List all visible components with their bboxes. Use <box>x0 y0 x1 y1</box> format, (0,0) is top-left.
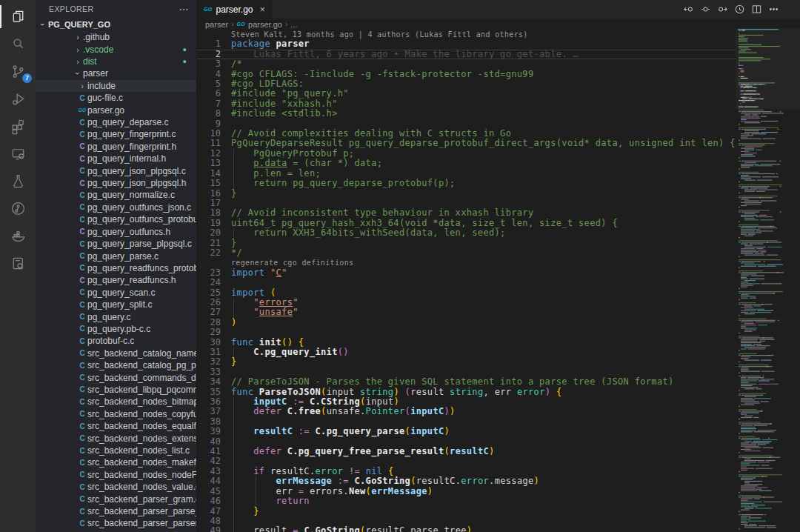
line-number[interactable]: 25 <box>197 288 221 298</box>
line-number[interactable]: 10 <box>197 129 221 139</box>
testing-icon[interactable] <box>0 167 36 195</box>
code-line-4[interactable]: 4#cgo CFLAGS: -Iinclude -g -fstack-prote… <box>197 70 736 79</box>
extensions-icon[interactable] <box>0 113 36 140</box>
search-icon[interactable] <box>0 30 36 58</box>
line-number[interactable]: 35 <box>197 388 221 397</box>
line-number[interactable]: 13 <box>197 159 221 168</box>
tree-item-src-backend-nodes-equalfuncs-c[interactable]: Csrc_backend_nodes_equalfuncs.c <box>36 420 196 432</box>
line-number[interactable]: 41 <box>197 447 221 456</box>
line-number[interactable]: 3 <box>197 59 221 69</box>
line-number[interactable]: 27 <box>197 307 221 317</box>
line-number[interactable]: 5 <box>197 79 221 89</box>
line-number[interactable]: 18 <box>197 208 221 218</box>
line-number[interactable]: 46 <box>197 496 221 506</box>
tree-item-parser[interactable]: ›parser <box>36 67 196 79</box>
docker-icon[interactable] <box>0 222 36 250</box>
code-lens[interactable]: Steven Kalt, 13 months ago | 4 authors (… <box>197 30 736 39</box>
tree-item-dist[interactable]: ›dist● <box>36 56 196 67</box>
line-number[interactable]: 30 <box>197 338 221 348</box>
code-lens[interactable]: regenerate cgo definitions <box>197 258 736 267</box>
code-line-32[interactable]: 32} <box>197 357 736 367</box>
line-number[interactable]: 11 <box>197 139 221 148</box>
code-line-14[interactable]: 14 p.len = len; <box>197 169 736 179</box>
code-line-19[interactable]: 19uint64_t pg_query_hash_xxh3_64(void *d… <box>197 219 736 228</box>
line-number[interactable]: 15 <box>197 179 221 188</box>
tree-item--vscode[interactable]: ›.vscode● <box>36 43 196 55</box>
tree-item-pg-query-outfuncs-h[interactable]: Cpg_query_outfuncs.h <box>36 226 196 238</box>
tree-item-pg-query-outfuncs-protobuf-c[interactable]: Cpg_query_outfuncs_protobuf.c <box>36 213 196 225</box>
code-line-31[interactable]: 31 C.pg_query_init() <box>197 348 736 357</box>
code-line-27[interactable]: 27 "unsafe" <box>197 307 736 317</box>
code-line-5[interactable]: 5#cgo LDFLAGS: <box>197 79 736 89</box>
tree-item--github[interactable]: ›.github <box>36 31 196 43</box>
gitlens-icon[interactable] <box>0 195 36 222</box>
line-number[interactable]: 40 <box>197 437 221 447</box>
more-actions-icon[interactable]: ⋯ <box>179 4 189 15</box>
breadcrumb-item-more[interactable]: ... <box>290 20 297 29</box>
project-manager-icon[interactable] <box>0 250 36 277</box>
code-line-29[interactable]: 29 <box>197 327 736 337</box>
code-line-47[interactable]: 47 } <box>197 507 736 516</box>
line-number[interactable]: 49 <box>197 526 221 532</box>
remote-explorer-icon[interactable] <box>0 140 36 167</box>
tree-item-src-backend-nodes-value-c[interactable]: Csrc_backend_nodes_value.c <box>36 481 196 493</box>
code-line-33[interactable]: 33 <box>197 368 736 377</box>
code-line-2[interactable]: 2 Lukas Fittl, 6 years ago • Make the li… <box>197 50 736 59</box>
tab-parser-go[interactable]: GO parser.go × <box>197 0 272 19</box>
code-line-17[interactable]: 17 <box>197 199 736 208</box>
line-number[interactable]: 1 <box>197 39 221 49</box>
tree-item-include[interactable]: ›include <box>36 80 196 92</box>
line-number[interactable]: 26 <box>197 298 221 307</box>
split-editor-icon[interactable] <box>750 4 762 16</box>
line-number[interactable]: 14 <box>197 169 221 179</box>
line-number[interactable]: 39 <box>197 427 221 436</box>
tree-item-src-backend-parser-parse-expr-c[interactable]: Csrc_backend_parser_parse_expr.c <box>36 505 196 517</box>
code-line-8[interactable]: 8#include <stdlib.h> <box>197 109 736 119</box>
code-line-39[interactable]: 39 resultC := C.pg_query_parse(inputC) <box>197 427 736 436</box>
tree-item-src-backend-nodes-extensible-c[interactable]: Csrc_backend_nodes_extensible.c <box>36 432 196 444</box>
code-line-38[interactable]: 38 <box>197 417 736 427</box>
source-control-icon[interactable]: 7 <box>0 58 36 85</box>
changes-icon[interactable] <box>699 4 711 16</box>
code-line-22[interactable]: 22*/ <box>197 248 736 258</box>
tree-item-pg-query-fingerprint-c[interactable]: Cpg_query_fingerprint.c <box>36 128 196 140</box>
code-line-48[interactable]: 48 <box>197 516 736 526</box>
line-number[interactable]: 33 <box>197 368 221 377</box>
line-number[interactable]: 2 <box>197 50 221 59</box>
line-number[interactable]: 32 <box>197 357 221 367</box>
code-line-20[interactable]: 20 return XXH3_64bits_withSeed(data, len… <box>197 228 736 238</box>
tree-item-src-backend-catalog-pg-proc-c[interactable]: Csrc_backend_catalog_pg_proc.c <box>36 359 196 371</box>
line-number[interactable]: 45 <box>197 487 221 496</box>
tree-item-src-backend-commands-define-c[interactable]: Csrc_backend_commands_define.c <box>36 371 196 383</box>
code-line-9[interactable]: 9 <box>197 119 736 129</box>
tree-item-src-backend-nodes-nodefuncs-c[interactable]: Csrc_backend_nodes_nodeFuncs.c <box>36 469 196 481</box>
code-line-44[interactable]: 44 errMessage := C.GoString(resultC.erro… <box>197 476 736 486</box>
minimap[interactable] <box>736 28 800 532</box>
code-line-41[interactable]: 41 defer C.pg_query_free_parse_result(re… <box>197 447 736 456</box>
tree-item-pg-query-scan-c[interactable]: Cpg_query_scan.c <box>36 287 196 299</box>
code-line-26[interactable]: 26 "errors" <box>197 298 736 307</box>
line-number[interactable]: 12 <box>197 149 221 159</box>
tree-item-src-backend-parser-gram-c[interactable]: Csrc_backend_parser_gram.c <box>36 493 196 505</box>
code-line-30[interactable]: 30func init() { <box>197 338 736 348</box>
code-editor[interactable]: Steven Kalt, 13 months ago | 4 authors (… <box>197 30 736 532</box>
line-number[interactable]: 44 <box>197 476 221 486</box>
code-line-21[interactable]: 21} <box>197 239 736 248</box>
line-number[interactable]: 23 <box>197 268 221 278</box>
tree-item-pg-query-deparse-c[interactable]: Cpg_query_deparse.c <box>36 116 196 128</box>
tree-item-pg-query-pb-c-c[interactable]: Cpg_query.pb-c.c <box>36 323 196 335</box>
tree-item-src-backend-nodes-list-c[interactable]: Csrc_backend_nodes_list.c <box>36 445 196 456</box>
next-change-icon[interactable] <box>716 4 728 16</box>
tree-item-pg-query-fingerprint-h[interactable]: Cpg_query_fingerprint.h <box>36 141 196 153</box>
line-number[interactable]: 38 <box>197 417 221 427</box>
breadcrumb-item-file[interactable]: parser.go <box>248 20 282 29</box>
tree-item-pg-query-normalize-c[interactable]: Cpg_query_normalize.c <box>36 189 196 201</box>
line-number[interactable]: 28 <box>197 318 221 327</box>
line-number[interactable]: 7 <box>197 99 221 109</box>
tree-item-guc-file-c[interactable]: Cguc-file.c <box>36 92 196 104</box>
tree-item-pg-query-json-plpgsql-c[interactable]: Cpg_query_json_plpgsql.c <box>36 164 196 176</box>
tree-item-pg-query-readfuncs-h[interactable]: Cpg_query_readfuncs.h <box>36 274 196 286</box>
tree-item-pg-query-parse-plpgsql-c[interactable]: Cpg_query_parse_plpgsql.c <box>36 238 196 250</box>
code-line-45[interactable]: 45 err = errors.New(errMessage) <box>197 487 736 496</box>
line-number[interactable]: 21 <box>197 239 221 248</box>
